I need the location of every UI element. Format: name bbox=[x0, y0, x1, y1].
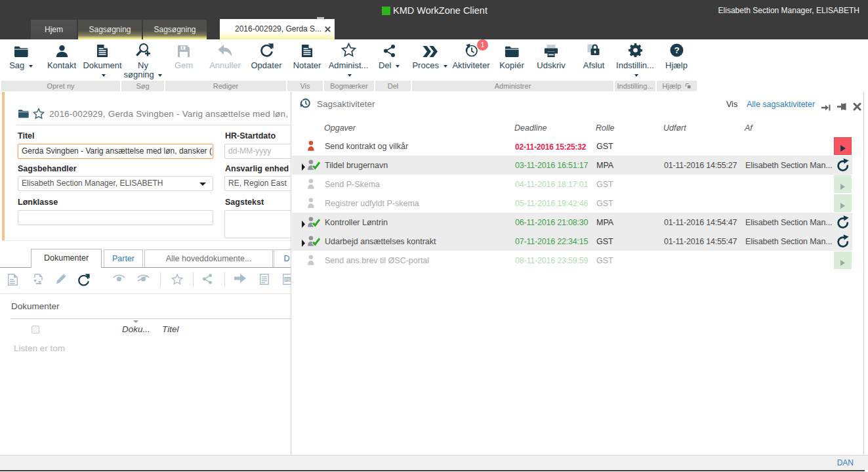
svg-text:?: ? bbox=[674, 45, 679, 55]
svg-text:PS: PS bbox=[285, 278, 290, 282]
